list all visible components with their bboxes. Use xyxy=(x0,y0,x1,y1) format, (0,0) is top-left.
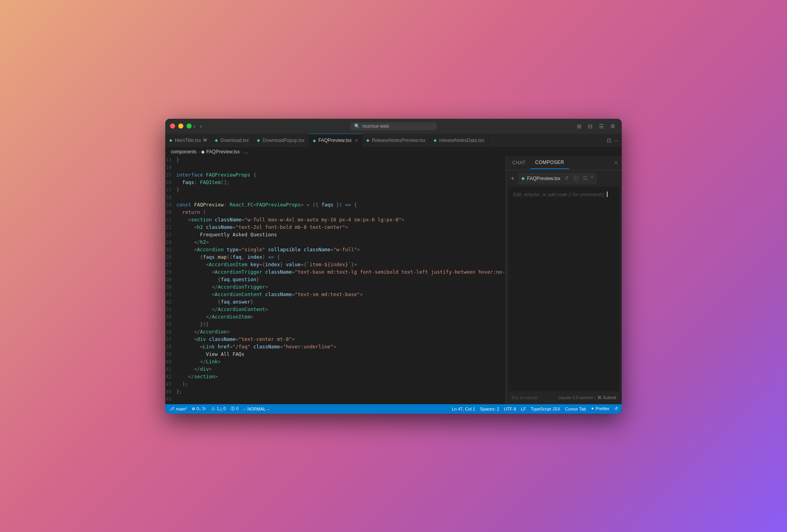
composer-add-button[interactable]: + xyxy=(509,175,516,182)
tab-composer[interactable]: COMPOSER xyxy=(530,156,569,169)
tab-download[interactable]: ◆ Download.tsx xyxy=(211,134,253,147)
table-row: 35 })} xyxy=(165,320,506,328)
sidebar-close-button[interactable]: × xyxy=(612,158,620,168)
tab-label: releaseNotesData.tsx xyxy=(439,138,484,143)
table-row: 22 <h2 className="text-2xl font-bold mb-… xyxy=(165,223,506,231)
table-row: 34 </AccordionItem> xyxy=(165,313,506,320)
split-icon[interactable]: ⊟ xyxy=(586,122,594,130)
breadcrumb-sep: › xyxy=(198,149,200,155)
table-row: 18 xyxy=(165,193,506,201)
prettier-icon: ✦ xyxy=(591,406,594,411)
status-bar: ⎇ main* ⊗ 0↓ 3↑ ⚠ 1△ 0 ⓪ 0 -- NORMAL -- … xyxy=(165,404,622,414)
minimize-button[interactable] xyxy=(178,123,183,129)
info-text: ⓪ 0 xyxy=(231,406,238,412)
table-row: 25 <Accordion type="single" collapsible … xyxy=(165,246,506,253)
table-row: 23 Frequently Asked Questions xyxy=(165,231,506,238)
composer-placeholder-text: Edit, refactor, or add code (/ for comma… xyxy=(513,191,615,198)
tab-chat[interactable]: CHAT xyxy=(508,157,530,169)
tab-close-button[interactable]: × xyxy=(355,137,358,144)
composer-submit-button[interactable]: ⌘ Submit xyxy=(597,395,616,400)
table-row: 13 } xyxy=(165,156,506,164)
composer-refresh-icon[interactable]: ↺ xyxy=(563,174,570,183)
status-encoding[interactable]: UTF-8 xyxy=(504,407,516,411)
tab-faq-preview[interactable]: ◆ FAQPreview.tsx × xyxy=(309,134,362,147)
tab-hero-title[interactable]: ◆ HeroTitle.tsx M xyxy=(165,134,211,147)
status-mode: -- NORMAL -- xyxy=(243,407,270,411)
breadcrumb-sep2: › xyxy=(241,149,243,155)
status-spaces[interactable]: Spaces: 2 xyxy=(480,407,499,411)
status-right: Ln 47, Col 1 Spaces: 2 UTF-8 LF TypeScri… xyxy=(452,406,618,411)
split-editor-icon[interactable]: ⊡ xyxy=(607,137,611,144)
table-row: 41 </div> xyxy=(165,365,506,373)
table-row: 33 </AccordionContent> xyxy=(165,306,506,313)
tab-release-notes[interactable]: ◆ ReleaseNotesPreview.tsx xyxy=(362,134,430,147)
tab-modified-badge: M xyxy=(203,138,207,142)
breadcrumb-part: components xyxy=(171,149,196,155)
table-row: 19 const FAQPreview: React.FC<FAQPreview… xyxy=(165,201,506,208)
chat-tab-label: CHAT xyxy=(512,160,526,166)
breadcrumb: components › ◆ FAQPreview.tsx › ... xyxy=(165,147,622,156)
table-row: 39 View All FAQs xyxy=(165,350,506,358)
editor-area: 13 } 14 15 interface FAQPreviewProps { xyxy=(165,156,506,404)
table-row: 30 </AccordionTrigger> xyxy=(165,283,506,291)
composer-file-close-button[interactable]: × xyxy=(591,174,593,183)
sidebar-icon[interactable]: ☰ xyxy=(597,122,606,130)
back-arrow[interactable]: ‹ xyxy=(192,123,197,130)
tab-release-data[interactable]: ◆ releaseNotesData.tsx xyxy=(430,134,489,147)
status-formatter[interactable]: ✦ Prettier xyxy=(591,406,610,411)
status-errors[interactable]: ⊗ 0↓ 3↑ xyxy=(192,406,207,411)
tab-file-icon: ◆ xyxy=(434,138,437,142)
status-position[interactable]: Ln 47, Col 1 xyxy=(452,407,475,411)
tab-label: Download.tsx xyxy=(220,138,249,143)
composer-expand-icon[interactable]: ⊡ xyxy=(582,174,589,183)
cursor-beam xyxy=(607,191,608,197)
composer-tab-label: COMPOSER xyxy=(535,160,564,165)
status-language[interactable]: TypeScript JSX xyxy=(531,407,560,411)
layout-icon[interactable]: ⊞ xyxy=(575,122,583,130)
tab-bar: ◆ HeroTitle.tsx M ◆ Download.tsx ◆ Downl… xyxy=(165,134,622,147)
code-editor[interactable]: 13 } 14 15 interface FAQPreviewProps { xyxy=(165,156,506,404)
status-line-endings[interactable]: LF xyxy=(521,407,526,411)
tab-label: FAQPreview.tsx xyxy=(318,138,352,143)
composer-esc-hint: Esc to cancel xyxy=(512,395,537,400)
close-button[interactable] xyxy=(170,123,175,129)
settings-icon[interactable]: ⚙ xyxy=(609,122,617,130)
composer-info-icon[interactable]: ⓘ xyxy=(572,174,580,183)
git-branch-icon: ⎇ xyxy=(169,406,174,411)
errors-text: ⊗ 0↓ 3↑ xyxy=(192,406,207,411)
status-sync-icon[interactable]: ↺ xyxy=(614,406,618,411)
composer-input-area[interactable]: Edit, refactor, or add code (/ for comma… xyxy=(508,187,619,391)
branch-name: main* xyxy=(176,407,187,411)
table-row: 28 <AccordionTrigger className="text-bas… xyxy=(165,268,506,276)
titlebar: ‹ › 🔍 murmur-web ⊞ ⊟ ☰ ⚙ xyxy=(165,119,622,134)
title-search[interactable]: 🔍 murmur-web xyxy=(350,122,437,130)
tab-file-icon: ◆ xyxy=(215,138,218,142)
status-tab-type[interactable]: Cursor Tab xyxy=(565,407,586,411)
forward-arrow[interactable]: › xyxy=(198,123,203,130)
composer-footer: Esc to cancel claude-3.5-sonnet | ⌘ Subm… xyxy=(508,394,619,402)
table-row: 21 <section className="w-full max-w-4xl … xyxy=(165,216,506,223)
tab-label: HeroTitle.tsx xyxy=(175,138,201,143)
more-tabs-icon[interactable]: ··· xyxy=(614,137,619,144)
titlebar-right: ⊞ ⊟ ☰ ⚙ xyxy=(575,122,617,130)
tab-actions: ⊡ ··· xyxy=(604,134,622,147)
composer-file-icon: ◆ xyxy=(521,176,525,181)
table-row: 15 interface FAQPreviewProps { xyxy=(165,171,506,179)
table-row: 14 xyxy=(165,164,506,171)
status-git-branch[interactable]: ⎇ main* xyxy=(169,406,187,411)
status-info[interactable]: ⓪ 0 xyxy=(231,406,238,412)
maximize-button[interactable] xyxy=(187,123,192,129)
search-icon: 🔍 xyxy=(354,123,360,129)
status-warnings[interactable]: ⚠ 1△ 0 xyxy=(211,406,225,411)
composer-actions: ↺ ⓘ ⊡ × xyxy=(563,174,593,183)
table-row: 38 <Link href="/faq" className="hover:un… xyxy=(165,343,506,350)
table-row: 43 ); xyxy=(165,380,506,388)
table-row: 37 <div className="text-center mt-8"> xyxy=(165,335,506,343)
tab-file-icon: ◆ xyxy=(313,138,316,143)
sidebar-tab-bar: CHAT COMPOSER × xyxy=(506,156,622,170)
table-row: 42 </section> xyxy=(165,373,506,380)
app-window: ‹ › 🔍 murmur-web ⊞ ⊟ ☰ ⚙ ◆ HeroTitle.tsx… xyxy=(165,119,622,414)
table-row: 20 return ( xyxy=(165,208,506,216)
table-row: 44 }; xyxy=(165,388,506,395)
tab-download-popup[interactable]: ◆ DownloadPopup.tsx xyxy=(253,134,309,147)
